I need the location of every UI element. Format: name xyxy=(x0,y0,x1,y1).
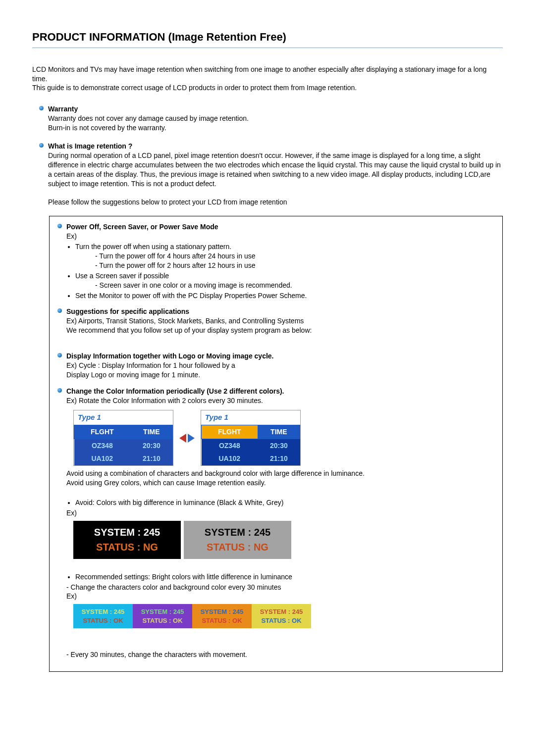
cell: 20:30 xyxy=(258,439,300,452)
poweroff-b1b: - Turn the power off for 2 hours after 1… xyxy=(75,261,499,270)
divider xyxy=(32,48,503,48)
cell: UA102 xyxy=(74,452,131,465)
suggestions-heading: Suggestions for specific applications xyxy=(66,307,499,316)
cell: 20:30 xyxy=(130,439,172,452)
intro: LCD Monitors and TVs may have image rete… xyxy=(32,65,503,93)
changecolor-l1: Ex) Rotate the Color Information with 2 … xyxy=(66,396,499,405)
section-poweroff: Power Off, Screen Saver, or Power Save M… xyxy=(54,222,499,300)
poweroff-b2: Use a Screen saver if possible - Screen … xyxy=(75,271,499,290)
warranty-l2: Burn-in is not covered by the warranty. xyxy=(48,123,503,133)
page-title: PRODUCT INFORMATION (Image Retention Fre… xyxy=(32,30,503,45)
whatis-heading: What is Image retention ? xyxy=(48,142,503,151)
figure-bw: SYSTEM : 245 STATUS : NG SYSTEM : 245 ST… xyxy=(73,521,499,559)
color-panel-3: SYSTEM : 245 STATUS : OK xyxy=(192,604,252,628)
th-time: TIME xyxy=(130,425,172,439)
dispinfo-l1: Ex) Cycle : Display Information for 1 ho… xyxy=(66,361,499,370)
recommended-line: - Change the characters color and backgr… xyxy=(66,583,499,592)
ex2-label: Ex) xyxy=(66,508,499,518)
section-dispinfo: Display Information together with Logo o… xyxy=(54,352,499,380)
ex3-label: Ex) xyxy=(66,592,499,601)
color-panel-2: SYSTEM : 245 STATUS : OK xyxy=(133,604,192,628)
avoid-text2: Avoid using Grey colors, which can cause… xyxy=(66,478,499,488)
figure-type1: Type 1 FLGHT TIME OZ348 20:30 UA102 21:1… xyxy=(73,410,499,466)
type1-label-left: Type 1 xyxy=(74,410,173,424)
final-line: - Every 30 minutes, change the character… xyxy=(66,650,499,659)
dispinfo-heading: Display Information together with Logo o… xyxy=(66,352,499,361)
poweroff-b3: Set the Monitor to power off with the PC… xyxy=(75,291,499,301)
poweroff-heading: Power Off, Screen Saver, or Power Save M… xyxy=(66,222,499,232)
cell: OZ348 xyxy=(74,439,131,452)
suggestion-box: Power Off, Screen Saver, or Power Save M… xyxy=(49,216,503,672)
intro-p2: This guide is to demonstrate correct usa… xyxy=(32,83,503,93)
avoid-text1: Avoid using a combination of characters … xyxy=(66,469,499,478)
cell: OZ348 xyxy=(202,439,258,452)
type1-label-right: Type 1 xyxy=(201,410,300,424)
th-flight: FLGHT xyxy=(74,425,131,439)
th-time: TIME xyxy=(258,425,300,439)
suggestions-l1: Ex) Airports, Transit Stations, Stock Ma… xyxy=(66,316,499,326)
warranty-l1: Warranty does not cover any damage cause… xyxy=(48,114,503,123)
bw-panel-grey: SYSTEM : 245 STATUS : NG xyxy=(184,521,291,559)
swap-arrows-icon xyxy=(179,434,195,443)
figure-color-panels: SYSTEM : 245 STATUS : OK SYSTEM : 245 ST… xyxy=(73,604,499,628)
section-warranty: Warranty Warranty does not cover any dam… xyxy=(32,104,503,133)
suggestions-l2: We recommend that you follow set up of y… xyxy=(66,326,499,335)
poweroff-b2a: - Screen saver in one color or a moving … xyxy=(75,281,499,290)
poweroff-ex: Ex) xyxy=(66,232,499,241)
flight-block-right: Type 1 FLGHT TIME OZ348 20:30 UA102 21:1… xyxy=(201,410,301,466)
changecolor-heading: Change the Color Information periodicall… xyxy=(66,387,499,396)
intro-p1: LCD Monitors and TVs may have image rete… xyxy=(32,65,503,84)
flight-block-left: Type 1 FLGHT TIME OZ348 20:30 UA102 21:1… xyxy=(73,410,173,466)
cell: 21:10 xyxy=(130,452,172,465)
bw-panel-black: SYSTEM : 245 STATUS : NG xyxy=(73,521,181,559)
th-flight: FLGHT xyxy=(202,425,258,439)
color-panel-1: SYSTEM : 245 STATUS : OK xyxy=(73,604,133,628)
poweroff-b1a: - Turn the power off for 4 hours after 2… xyxy=(75,252,499,261)
whatis-follow: Please follow the suggestions below to p… xyxy=(48,198,503,207)
section-suggestions: Suggestions for specific applications Ex… xyxy=(54,307,499,335)
color-panel-4: SYSTEM : 245 STATUS : OK xyxy=(252,604,311,628)
section-changecolor: Change the Color Information periodicall… xyxy=(54,387,499,659)
cell: 21:10 xyxy=(258,452,300,465)
dispinfo-l2: Display Logo or moving image for 1 minut… xyxy=(66,370,499,380)
avoid-bullet: Avoid: Colors with big difference in lum… xyxy=(75,498,499,507)
warranty-heading: Warranty xyxy=(48,104,503,114)
recommended-bullet: Recommended settings: Bright colors with… xyxy=(75,572,499,582)
whatis-body: During normal operation of a LCD panel, … xyxy=(48,151,503,189)
cell: UA102 xyxy=(202,452,258,465)
poweroff-b1: Turn the power off when using a stationa… xyxy=(75,242,499,270)
section-what-is: What is Image retention ? During normal … xyxy=(32,142,503,207)
